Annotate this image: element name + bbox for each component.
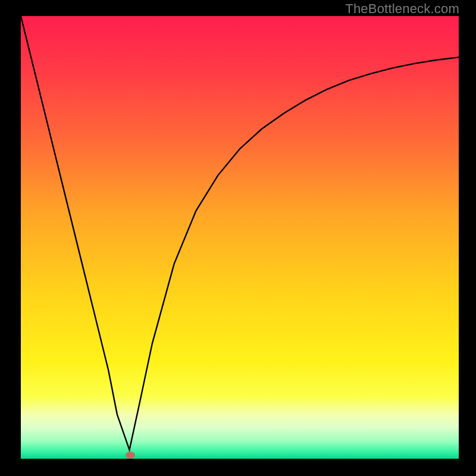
- bottleneck-curve: [21, 16, 459, 459]
- curve-path: [21, 16, 459, 450]
- optimal-point-marker: [126, 452, 135, 459]
- plot-area: [19, 14, 461, 461]
- chart-frame: TheBottleneck.com: [0, 0, 476, 476]
